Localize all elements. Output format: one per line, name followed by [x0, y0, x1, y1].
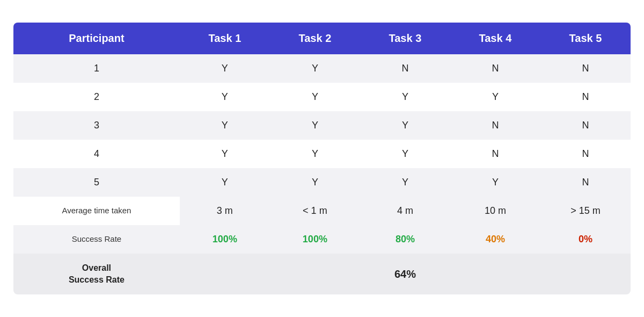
- data-table: Participant Task 1 Task 2 Task 3 Task 4 …: [13, 23, 631, 295]
- task2-cell: Y: [270, 168, 360, 197]
- table-row: 3YYYNN: [13, 111, 631, 140]
- table-row: 2YYYYN: [13, 83, 631, 111]
- task5-cell: N: [540, 54, 631, 83]
- table-row: 4YYYNN: [13, 140, 631, 168]
- header-task5: Task 5: [540, 23, 631, 54]
- overall-success-label: OverallSuccess Rate: [13, 254, 180, 295]
- header-participant: Participant: [13, 23, 180, 54]
- avg-time-task5: > 15 m: [540, 197, 631, 225]
- task4-cell: Y: [450, 168, 540, 197]
- header-task3: Task 3: [360, 23, 450, 54]
- task1-cell: Y: [180, 54, 270, 83]
- header-row: Participant Task 1 Task 2 Task 3 Task 4 …: [13, 23, 631, 54]
- success-rate-task5: 0%: [540, 225, 631, 254]
- avg-time-task2: < 1 m: [270, 197, 360, 225]
- avg-time-task1: 3 m: [180, 197, 270, 225]
- header-task1: Task 1: [180, 23, 270, 54]
- participant-cell: 5: [13, 168, 180, 197]
- task5-cell: N: [540, 111, 631, 140]
- overall-success-value: 64%: [180, 254, 631, 295]
- task5-cell: N: [540, 140, 631, 168]
- task1-cell: Y: [180, 111, 270, 140]
- avg-time-task3: 4 m: [360, 197, 450, 225]
- task4-cell: N: [450, 140, 540, 168]
- task2-cell: Y: [270, 54, 360, 83]
- header-task4: Task 4: [450, 23, 540, 54]
- header-task2: Task 2: [270, 23, 360, 54]
- success-rate-task1: 100%: [180, 225, 270, 254]
- task3-cell: Y: [360, 83, 450, 111]
- avg-time-label: Average time taken: [13, 197, 180, 225]
- participant-cell: 2: [13, 83, 180, 111]
- participant-cell: 4: [13, 140, 180, 168]
- success-rate-row: Success Rate100%100%80%40%0%: [13, 225, 631, 254]
- task2-cell: Y: [270, 83, 360, 111]
- task4-cell: N: [450, 54, 540, 83]
- task3-cell: N: [360, 54, 450, 83]
- task5-cell: N: [540, 83, 631, 111]
- task3-cell: Y: [360, 168, 450, 197]
- task2-cell: Y: [270, 111, 360, 140]
- participant-cell: 1: [13, 54, 180, 83]
- overall-success-row: OverallSuccess Rate64%: [13, 254, 631, 295]
- task5-cell: N: [540, 168, 631, 197]
- task3-cell: Y: [360, 140, 450, 168]
- success-rate-task2: 100%: [270, 225, 360, 254]
- avg-time-row: Average time taken3 m< 1 m4 m10 m> 15 m: [13, 197, 631, 225]
- table-row: 5YYYYN: [13, 168, 631, 197]
- task2-cell: Y: [270, 140, 360, 168]
- success-rate-label: Success Rate: [13, 225, 180, 254]
- participant-cell: 3: [13, 111, 180, 140]
- task1-cell: Y: [180, 140, 270, 168]
- avg-time-task4: 10 m: [450, 197, 540, 225]
- task1-cell: Y: [180, 168, 270, 197]
- table-row: 1YYNNN: [13, 54, 631, 83]
- task4-cell: Y: [450, 83, 540, 111]
- success-rate-task3: 80%: [360, 225, 450, 254]
- task1-cell: Y: [180, 83, 270, 111]
- task3-cell: Y: [360, 111, 450, 140]
- success-rate-task4: 40%: [450, 225, 540, 254]
- task4-cell: N: [450, 111, 540, 140]
